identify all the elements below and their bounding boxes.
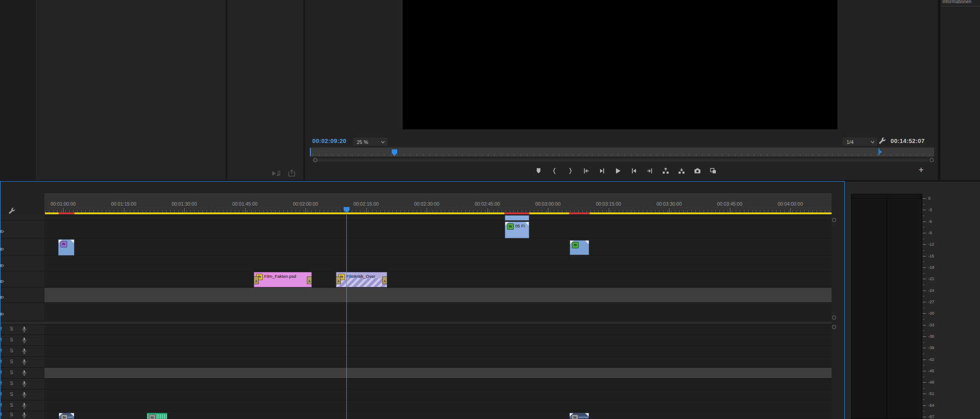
timeline-clip[interactable]: fx (58, 239, 74, 256)
playback-resolution-select[interactable]: 1/4 (842, 137, 878, 147)
step-back-button[interactable] (598, 167, 606, 175)
track-mute-button[interactable]: M (0, 370, 2, 375)
track-mute-button[interactable]: M (0, 359, 2, 364)
transition-left[interactable]: A (336, 276, 341, 284)
fx-badge[interactable]: fx (571, 414, 578, 419)
track-header[interactable]: MS (0, 324, 44, 335)
tab-informationen[interactable]: Informationen (942, 0, 971, 4)
lift-button[interactable] (662, 167, 670, 175)
voiceover-record-mic-icon[interactable] (22, 348, 27, 356)
voiceover-record-mic-icon[interactable] (22, 412, 27, 419)
track-header[interactable] (0, 303, 44, 321)
video-audio-divider[interactable] (0, 321, 832, 325)
zoom-level-select[interactable]: 25 % (352, 137, 388, 147)
voiceover-record-mic-icon[interactable] (22, 403, 27, 411)
track-solo-button[interactable]: S (10, 326, 13, 331)
transition-left[interactable]: A (254, 276, 259, 284)
audio-track-lane[interactable] (44, 324, 832, 335)
track-solo-button[interactable]: S (10, 337, 13, 342)
export-frame-quick-button[interactable] (287, 169, 296, 179)
playhead-line[interactable] (346, 207, 347, 419)
track-solo-button[interactable]: S (10, 392, 13, 397)
track-mute-button[interactable]: M (0, 326, 2, 331)
track-output-eye-icon[interactable] (0, 293, 4, 301)
add-marker-button[interactable] (535, 167, 542, 175)
button-editor-plus-button[interactable]: + (919, 165, 924, 175)
track-header[interactable] (0, 256, 44, 271)
audio-track-lane[interactable] (44, 389, 832, 400)
audio-track-lane[interactable] (44, 400, 832, 411)
timeline-clip[interactable]: fx (569, 413, 589, 419)
mark-in-button[interactable] (551, 167, 558, 175)
track-header[interactable] (0, 239, 44, 256)
voiceover-record-mic-icon[interactable] (22, 326, 27, 335)
track-header[interactable]: MS (0, 411, 44, 419)
timeline-vscroll-handle-top[interactable] (832, 218, 836, 222)
track-mute-button[interactable]: M (0, 412, 2, 417)
track-header[interactable]: MS (0, 389, 44, 400)
timeline-clip[interactable] (505, 215, 529, 221)
video-track-lane[interactable] (44, 221, 832, 238)
video-track-lane[interactable] (44, 256, 832, 271)
mark-out-button[interactable] (566, 167, 574, 175)
track-solo-button[interactable]: S (10, 403, 13, 408)
fx-badge[interactable]: fx (572, 242, 579, 248)
track-mute-button[interactable]: M (0, 403, 2, 408)
video-track-lane[interactable] (44, 272, 832, 287)
audio-track-lane[interactable] (44, 335, 832, 346)
audio-track-lane[interactable] (44, 368, 832, 379)
program-mini-timeline[interactable] (310, 148, 934, 157)
monitor-settings-wrench-icon[interactable] (878, 137, 886, 147)
voiceover-record-mic-icon[interactable] (22, 370, 27, 378)
track-header[interactable] (0, 272, 44, 287)
play-with-audio-button[interactable] (272, 170, 281, 179)
track-header[interactable]: MS (0, 400, 44, 411)
transition-right[interactable]: A (382, 276, 387, 284)
track-mute-button[interactable]: M (0, 392, 2, 397)
audio-track-lane[interactable] (44, 379, 832, 389)
timeline-clip[interactable]: fx (147, 413, 167, 419)
go-to-out-button[interactable] (646, 167, 654, 175)
timeline-clip-film-fakten-psd[interactable]: fxFilm_Fakten.psd (254, 272, 312, 287)
transition-right[interactable]: A (307, 276, 312, 284)
timeline-clip-05-fi[interactable]: fx05 Fi (505, 222, 529, 238)
mini-timeline-playhead[interactable] (392, 149, 397, 156)
video-track-lane[interactable] (44, 288, 832, 303)
track-output-eye-icon[interactable] (0, 261, 4, 270)
track-header[interactable] (0, 221, 44, 238)
track-solo-button[interactable]: S (10, 412, 13, 417)
program-zoom-scrollbar[interactable] (310, 158, 934, 163)
track-mute-button[interactable]: M (0, 337, 2, 342)
track-header[interactable] (0, 288, 44, 303)
track-header[interactable]: MS (0, 379, 44, 389)
timeline-ruler[interactable]: 00:01:00:0000:01:15:0000:01:30:0000:01:4… (44, 193, 832, 213)
voiceover-record-mic-icon[interactable] (22, 392, 27, 400)
track-output-eye-icon[interactable] (0, 227, 4, 236)
timeline-vscroll-handle-bot[interactable] (832, 325, 836, 329)
audio-track-lane[interactable] (44, 346, 832, 357)
track-output-eye-icon[interactable] (0, 277, 4, 286)
video-track-lane[interactable] (44, 215, 832, 221)
track-mute-button[interactable]: M (0, 348, 2, 353)
track-solo-button[interactable]: S (10, 359, 13, 364)
voiceover-record-mic-icon[interactable] (22, 337, 27, 345)
fx-badge[interactable]: fx (61, 414, 68, 419)
video-track-lane[interactable] (44, 303, 832, 321)
fx-badge[interactable]: fx (149, 414, 156, 419)
track-header[interactable]: MS (0, 346, 44, 357)
track-header[interactable]: MS (0, 368, 44, 379)
audio-track-lane[interactable] (44, 357, 832, 368)
track-header[interactable]: MS (0, 357, 44, 368)
scrollbar-left-handle[interactable] (313, 158, 317, 162)
go-to-in-button[interactable] (582, 167, 590, 175)
voiceover-record-mic-icon[interactable] (22, 381, 27, 389)
step-forward-button[interactable] (630, 167, 638, 175)
video-track-lane[interactable] (44, 239, 832, 256)
timeline-clip[interactable]: fx (59, 413, 74, 419)
export-frame-button[interactable] (694, 167, 701, 175)
track-output-eye-icon[interactable] (0, 310, 4, 318)
track-solo-button[interactable]: S (10, 348, 13, 353)
timeline-vscroll-handle-mid[interactable] (832, 315, 836, 320)
comparison-view-button[interactable] (709, 167, 717, 175)
track-header[interactable]: MS (0, 335, 44, 346)
